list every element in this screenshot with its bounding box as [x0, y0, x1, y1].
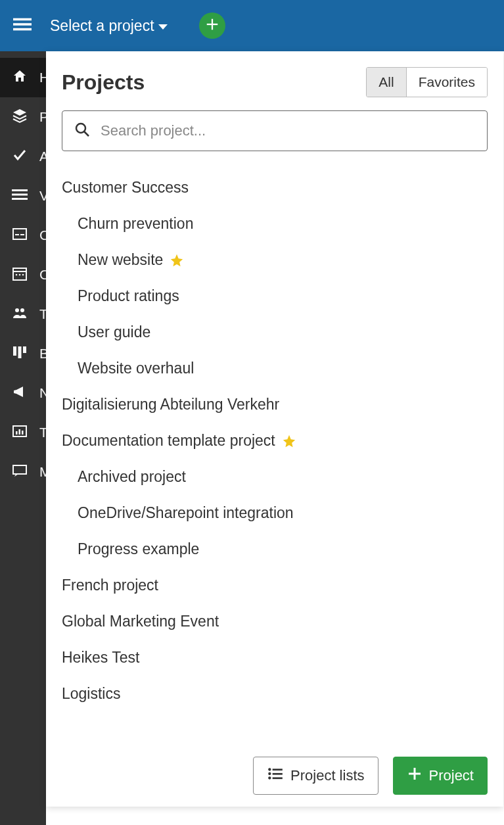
sidebar-item-label: B	[39, 346, 46, 362]
dropdown-title: Projects	[62, 70, 145, 95]
caret-down-icon	[158, 24, 168, 30]
project-row[interactable]: Global Marketing Event	[62, 603, 488, 640]
create-project-label: Project	[429, 767, 474, 784]
project-row[interactable]: User guide	[62, 314, 488, 350]
svg-rect-1	[13, 23, 32, 26]
sidebar-item-label: C	[39, 227, 46, 243]
svg-point-15	[22, 273, 24, 275]
project-row[interactable]: Digitalisierung Abteilung Verkehr	[62, 387, 488, 423]
project-name: Heikes Test	[62, 649, 139, 667]
project-row[interactable]: Customer Success	[62, 170, 488, 206]
sidebar-item-label: T	[39, 306, 46, 322]
sidebar-item-label: M	[39, 464, 46, 480]
sidebar-item-news[interactable]: N	[0, 373, 46, 413]
project-lists-label: Project lists	[290, 767, 364, 784]
star-icon	[282, 434, 296, 448]
svg-rect-19	[18, 346, 22, 358]
layers-icon	[12, 108, 28, 127]
svg-rect-25	[13, 465, 26, 474]
dropdown-header: Projects All Favorites	[46, 51, 503, 105]
project-row[interactable]: Product ratings	[62, 278, 488, 314]
svg-rect-18	[13, 346, 16, 356]
sidebar-item-time[interactable]: T	[0, 413, 46, 452]
home-icon	[12, 68, 28, 87]
sidebar-item-label: H	[39, 70, 46, 85]
project-row[interactable]: Archived project	[62, 459, 488, 495]
sidebar-item-work[interactable]: V	[0, 176, 46, 216]
project-name: Customer Success	[62, 179, 189, 197]
team-icon	[12, 305, 28, 324]
svg-rect-31	[273, 773, 283, 775]
svg-rect-2	[13, 28, 32, 31]
project-row[interactable]: French project	[62, 567, 488, 603]
svg-rect-33	[273, 777, 283, 779]
svg-point-14	[19, 273, 21, 275]
sidebar-item-label: V	[39, 188, 46, 204]
project-lists-button[interactable]: Project lists	[253, 757, 378, 795]
search-icon	[74, 122, 90, 140]
select-project-dropdown[interactable]: Select a project	[50, 17, 168, 35]
svg-point-13	[16, 273, 18, 275]
project-row[interactable]: Documentation template project	[62, 423, 488, 459]
star-icon	[170, 253, 184, 268]
sidebar: H P A V C C T B N T M	[0, 51, 46, 825]
project-name: Churn prevention	[78, 215, 193, 233]
project-row[interactable]: Churn prevention	[62, 206, 488, 242]
select-project-label: Select a project	[50, 17, 154, 35]
filter-all-button[interactable]: All	[367, 68, 405, 97]
search-field[interactable]	[62, 110, 488, 151]
sidebar-item-calendar[interactable]: C	[0, 255, 46, 295]
megaphone-icon	[12, 384, 28, 403]
svg-rect-10	[20, 234, 24, 235]
svg-point-28	[268, 768, 271, 770]
svg-point-16	[15, 308, 19, 312]
project-row[interactable]: OneDrive/Sharepoint integration	[62, 495, 488, 531]
svg-rect-24	[22, 431, 24, 435]
project-name: Digitalisierung Abteilung Verkehr	[62, 396, 279, 413]
projects-dropdown: Projects All Favorites Customer SuccessC…	[46, 51, 503, 807]
create-button[interactable]	[199, 12, 225, 39]
project-row[interactable]: New website	[62, 242, 488, 278]
project-name: Documentation template project	[62, 432, 275, 450]
project-name: Progress example	[78, 540, 199, 558]
sidebar-item-layers[interactable]: P	[0, 97, 46, 137]
chart-icon	[12, 423, 28, 442]
svg-rect-0	[13, 18, 32, 21]
sidebar-item-label: C	[39, 267, 46, 283]
list-icon	[12, 187, 28, 206]
svg-rect-9	[15, 234, 19, 235]
svg-rect-20	[23, 346, 26, 353]
sidebar-item-messages[interactable]: M	[0, 452, 46, 492]
main-menu-button[interactable]	[13, 15, 32, 36]
sidebar-item-gantt[interactable]: C	[0, 216, 46, 255]
sidebar-item-board[interactable]: B	[0, 334, 46, 373]
project-row[interactable]: Progress example	[62, 531, 488, 567]
svg-line-27	[84, 131, 89, 136]
date-icon	[12, 226, 28, 245]
sidebar-item-activity[interactable]: A	[0, 137, 46, 176]
project-row[interactable]: Heikes Test	[62, 640, 488, 676]
check-icon	[12, 147, 28, 166]
project-name: Website overhaul	[78, 360, 194, 377]
project-name: Logistics	[62, 685, 120, 703]
sidebar-item-home[interactable]: H	[0, 58, 46, 97]
list-icon	[267, 765, 284, 786]
project-name: Product ratings	[78, 287, 179, 305]
filter-favorites-button[interactable]: Favorites	[406, 68, 487, 97]
project-row[interactable]: Logistics	[62, 676, 488, 712]
plus-icon	[407, 766, 423, 786]
search-wrap	[46, 105, 503, 160]
svg-point-17	[20, 308, 24, 312]
sidebar-item-team[interactable]: T	[0, 295, 46, 334]
project-name: Archived project	[78, 468, 186, 486]
menu-icon	[13, 15, 32, 36]
search-input[interactable]	[101, 122, 475, 139]
project-name: New website	[78, 251, 163, 269]
create-project-button[interactable]: Project	[393, 757, 488, 795]
plus-icon	[205, 17, 219, 34]
board-icon	[12, 344, 28, 364]
svg-point-26	[76, 124, 85, 133]
svg-rect-29	[273, 768, 283, 770]
svg-rect-7	[12, 198, 28, 200]
project-row[interactable]: Website overhaul	[62, 350, 488, 387]
